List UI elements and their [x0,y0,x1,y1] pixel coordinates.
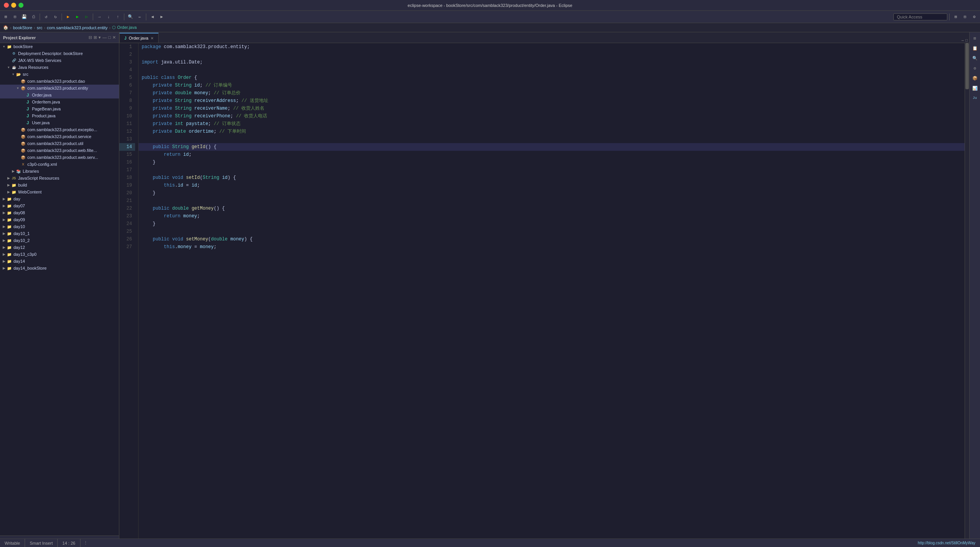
tree-item-day14-bookstore[interactable]: ▶ 📁 day14_bookStore [0,265,119,272]
code-line-18[interactable]: public void setId(String id) { [139,174,965,182]
maximize-view-icon[interactable]: □ [108,35,111,40]
step-over-button[interactable]: → [95,13,104,21]
code-content[interactable]: package com.samblack323.product.entity; … [139,43,965,539]
code-line-1[interactable]: package com.samblack323.product.entity; [139,43,965,51]
tree-item-bookstore[interactable]: ▾ 📁 bookStore [0,43,119,50]
code-line-19[interactable]: this.id = id; [139,182,965,189]
run-last-button[interactable]: ▷ [82,13,91,21]
view-menu-icon[interactable]: ▾ [99,35,101,40]
back-button[interactable]: ◀ [148,13,157,21]
tree-item-exception[interactable]: 📦 com.samblack323.product.exceptio... [0,126,119,133]
breadcrumb-file[interactable]: ⬡ Order.java [112,25,137,30]
code-line-26[interactable]: public void setMoney(double money) { [139,235,965,243]
right-icon-6[interactable]: 📊 [971,84,979,92]
print-button[interactable]: ⎙ [29,13,38,21]
tree-item-build[interactable]: ▶ 📁 build [0,182,119,188]
right-icon-4[interactable]: ⚙ [971,64,979,72]
breadcrumb-src[interactable]: src [37,25,43,30]
tree-item-webcontent[interactable]: ▶ 📁 WebContent [0,188,119,195]
debug-button[interactable]: ▶ [64,13,72,21]
tree-item-product-java[interactable]: J Product.java [0,112,119,119]
tree-item-day10-1[interactable]: ▶ 📁 day10_1 [0,230,119,237]
code-line-11[interactable]: private int paystate; // 订单状态 [139,120,965,128]
tree-item-day10-2[interactable]: ▶ 📁 day10_2 [0,237,119,244]
code-line-21[interactable] [139,197,965,205]
tree-item-dao[interactable]: 📦 com.samblack323.product.dao [0,78,119,85]
right-icon-2[interactable]: 📋 [971,44,979,52]
perspective-button[interactable]: ⊞ [952,13,960,21]
undo-button[interactable]: ↺ [42,13,50,21]
save-all-button[interactable]: ⊟ [11,13,19,21]
code-line-15[interactable]: return id; [139,151,965,158]
tree-item-day14[interactable]: ▶ 📁 day14 [0,258,119,265]
tree-item-orderitem-java[interactable]: J OrderItem.java [0,98,119,105]
tree-item-deployment[interactable]: ⚙ Deployment Descriptor: bookStore [0,50,119,57]
tab-close-icon[interactable]: ✕ [151,36,154,40]
code-line-12[interactable]: private Date ordertime; // 下单时间 [139,128,965,135]
editor-vertical-scrollbar[interactable] [965,43,969,539]
code-line-7[interactable]: private double money; // 订单总价 [139,89,965,97]
tree-item-webfilter[interactable]: 📦 com.samblack323.product.web.filte... [0,147,119,154]
tree-item-webservice[interactable]: 📦 com.samblack323.product.web.serv... [0,154,119,161]
code-line-13[interactable] [139,135,965,143]
status-menu-icon[interactable]: ⋮ [80,540,91,545]
minimize-editor-icon[interactable]: — [962,38,964,43]
code-line-24[interactable]: } [139,220,965,228]
tree-item-pagebean-java[interactable]: J PageBean.java [0,105,119,112]
tree-item-day[interactable]: ▶ 📁 day [0,195,119,202]
step-return-button[interactable]: ↑ [114,13,122,21]
tree-item-day08[interactable]: ▶ 📁 day08 [0,209,119,216]
code-line-23[interactable]: return money; [139,212,965,220]
tree-item-libraries[interactable]: ▶ 📚 Libraries [0,168,119,175]
tree-item-day12[interactable]: ▶ 📁 day12 [0,244,119,251]
link-editor-icon[interactable]: ⊞ [94,35,97,40]
settings-button[interactable]: ⚙ [970,13,978,21]
right-icon-3[interactable]: 🔍 [971,54,979,62]
code-line-20[interactable]: } [139,189,965,197]
breadcrumb-package[interactable]: com.samblack323.product.entity [47,25,108,30]
tree-item-day13[interactable]: ▶ 📁 day13_c3p0 [0,251,119,258]
new-button[interactable]: ⊞ [2,13,10,21]
sidebar-horizontal-scrollbar[interactable] [0,535,119,539]
code-line-5[interactable]: public class Order { [139,74,965,82]
tree-item-order-java[interactable]: J Order.java [0,92,119,98]
code-line-3[interactable]: import java.util.Date; [139,58,965,66]
minimize-button[interactable] [11,3,16,8]
run-button[interactable]: ▶ [73,13,82,21]
close-button[interactable] [4,3,9,8]
breadcrumb-bookstore[interactable]: bookStore [13,25,32,30]
code-line-27[interactable]: this.money = money; [139,243,965,251]
tab-order-java[interactable]: J Order.java ✕ [119,33,159,43]
step-into-button[interactable]: ↓ [104,13,113,21]
tree-item-day07[interactable]: ▶ 📁 day07 [0,202,119,209]
tree-item-c3p0[interactable]: X c3p0-config.xml [0,161,119,168]
maximize-editor-icon[interactable]: □ [965,38,968,43]
right-icon-ju[interactable]: Ju [971,94,979,102]
code-line-2[interactable] [139,51,965,58]
forward-button[interactable]: ▶ [157,13,166,21]
right-icon-5[interactable]: 📦 [971,74,979,82]
code-line-14[interactable]: public String getId() { [139,143,965,151]
code-line-17[interactable] [139,166,965,174]
code-line-4[interactable] [139,66,965,74]
marker-button[interactable]: ✏ [135,13,144,21]
minimize-view-icon[interactable]: — [102,35,107,40]
save-button[interactable]: 💾 [20,13,28,21]
code-line-9[interactable]: private String receiverName; // 收货人姓名 [139,105,965,112]
tree-item-java-resources[interactable]: ▾ ☕ Java Resources [0,64,119,71]
maximize-button[interactable] [18,3,23,8]
tree-item-user-java[interactable]: J User.java [0,119,119,126]
tree-item-jaxws[interactable]: 🔗 JAX-WS Web Services [0,57,119,64]
code-line-16[interactable]: } [139,158,965,166]
quick-access-input[interactable]: Quick Access [893,13,947,20]
code-line-25[interactable] [139,228,965,235]
redo-button[interactable]: ↻ [51,13,60,21]
code-line-6[interactable]: private String id; // 订单编号 [139,82,965,89]
tree-item-service[interactable]: 📦 com.samblack323.product.service [0,133,119,140]
view-button[interactable]: ⊟ [961,13,969,21]
tree-item-src[interactable]: ▾ 📂 src [0,71,119,78]
close-view-icon[interactable]: ✕ [112,35,116,40]
tree-item-day10[interactable]: ▶ 📁 day10 [0,223,119,230]
search-button[interactable]: 🔍 [126,13,135,21]
code-line-8[interactable]: private String receiverAddress; // 送货地址 [139,97,965,105]
